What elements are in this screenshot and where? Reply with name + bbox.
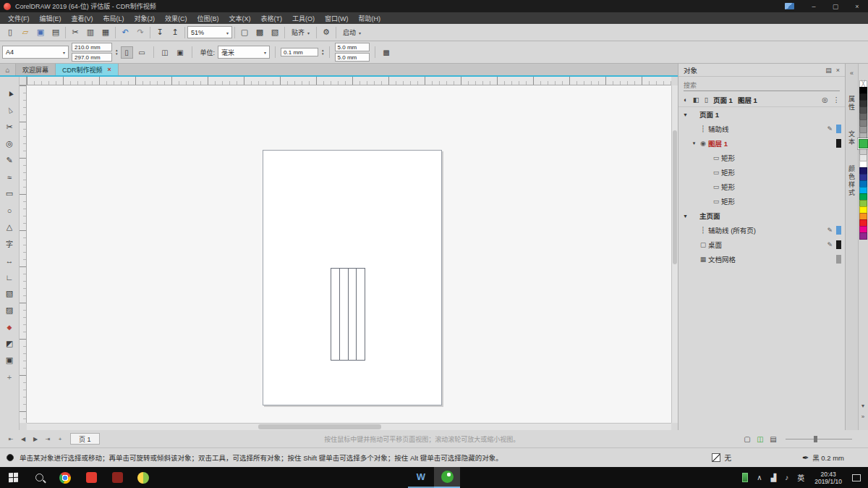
taskbar-app-red[interactable]: [78, 467, 104, 488]
tree-row-rectangle-1[interactable]: ▭ 矩形: [678, 151, 845, 165]
color-eyedropper-tool-icon[interactable]: ◆: [1, 319, 17, 335]
page-size-combo[interactable]: A4: [2, 46, 69, 59]
tree-row-master-page[interactable]: ▼ 主页面: [678, 209, 845, 223]
application-launcher-button[interactable]: 启动: [339, 25, 365, 39]
page-height-field[interactable]: 297.0 mm: [72, 53, 112, 62]
layer-color-chip[interactable]: [836, 197, 841, 206]
tree-row-guides[interactable]: ┆ 辅助线 ✎: [678, 122, 845, 136]
ellipse-tool-icon[interactable]: ○: [1, 203, 17, 218]
horizontal-scrollbar[interactable]: [27, 423, 671, 430]
layer-color-chip[interactable]: [836, 139, 841, 148]
add-page-icon[interactable]: +: [55, 434, 65, 444]
palette-scroll-icon[interactable]: ▾: [861, 403, 864, 409]
zoom-slider-thumb[interactable]: [814, 436, 817, 442]
clock[interactable]: 20:43 2019/1/10: [809, 471, 848, 485]
menu-item[interactable]: 文件(F): [3, 12, 35, 24]
menu-item[interactable]: 表格(T): [256, 12, 288, 24]
previous-page-icon[interactable]: ◀: [18, 434, 28, 444]
page-view-mode-icon[interactable]: ◫: [754, 433, 766, 445]
action-center-icon[interactable]: [852, 474, 861, 481]
expander-icon[interactable]: ▼: [681, 112, 689, 117]
ruler-origin-box[interactable]: [20, 77, 27, 85]
copy-icon[interactable]: ▥: [83, 25, 98, 39]
menu-item[interactable]: 窗口(W): [320, 12, 354, 24]
battery-icon[interactable]: [742, 473, 748, 482]
network-icon[interactable]: ▟: [766, 474, 780, 481]
view-layout-icon[interactable]: ▤: [767, 433, 779, 445]
undo-icon[interactable]: ↶: [118, 25, 132, 39]
search-input[interactable]: [684, 82, 840, 89]
interactive-fill-tool-icon[interactable]: ◩: [1, 336, 17, 351]
menu-item[interactable]: 编辑(E): [35, 12, 67, 24]
cut-icon[interactable]: ✂: [68, 25, 82, 39]
taskbar-app-chrome[interactable]: [52, 467, 78, 488]
text-tool-icon[interactable]: 字: [1, 236, 17, 251]
rectangle-tool-icon[interactable]: ▭: [1, 186, 17, 201]
polygon-tool-icon[interactable]: △: [1, 219, 17, 235]
taskbar-app-green[interactable]: [130, 467, 156, 488]
tree-row-page-1[interactable]: ▼ 页面 1: [678, 107, 845, 122]
treat-as-filled-button[interactable]: ▩: [380, 46, 393, 59]
units-combo[interactable]: 毫米: [218, 46, 270, 59]
parallel-dimension-tool-icon[interactable]: ↔: [1, 253, 17, 268]
import-icon[interactable]: ↧: [153, 25, 167, 39]
all-pages-button[interactable]: ◫: [159, 46, 171, 59]
nudge-distance-field[interactable]: 0.1 mm: [281, 48, 318, 56]
shape-tool-icon[interactable]: ▻: [0, 100, 20, 121]
print-icon[interactable]: ▤: [48, 25, 63, 39]
horizontal-ruler[interactable]: [27, 77, 671, 85]
zoom-level-combo[interactable]: 51%: [187, 26, 232, 38]
zoom-tool-icon[interactable]: ◎: [1, 136, 17, 151]
layer-color-chip[interactable]: [836, 226, 841, 235]
dimension-spinner[interactable]: [116, 49, 118, 56]
volume-icon[interactable]: ♪: [780, 474, 793, 481]
portrait-button[interactable]: ▯: [121, 46, 133, 59]
smart-fill-tool-icon[interactable]: ▣: [1, 353, 17, 368]
edit-pencil-icon[interactable]: ✎: [827, 241, 833, 248]
horizontal-scrollbar-thumb[interactable]: [258, 424, 381, 429]
customize-toolbox-icon[interactable]: +: [1, 369, 17, 384]
next-page-icon[interactable]: ▶: [30, 434, 41, 444]
tree-row-layer-1[interactable]: ▾ ◉ 图层 1: [678, 136, 845, 151]
tree-row-desktop[interactable]: ▢ 桌面 ✎: [678, 237, 845, 252]
connector-tool-icon[interactable]: ∟: [1, 269, 17, 285]
last-page-icon[interactable]: ⇥: [43, 434, 53, 444]
edit-pencil-icon[interactable]: ✎: [827, 125, 833, 132]
tree-row-rectangle-4[interactable]: ▭ 矩形: [678, 194, 845, 209]
tree-row-rectangle-2[interactable]: ▭ 矩形: [678, 165, 845, 180]
drop-shadow-tool-icon[interactable]: ▧: [1, 286, 17, 301]
export-icon[interactable]: ↥: [168, 25, 182, 39]
taskbar-app-darkred[interactable]: [104, 467, 130, 488]
account-image-icon[interactable]: [785, 3, 794, 9]
options-gear-icon[interactable]: ⚙: [319, 25, 333, 39]
transparency-tool-icon[interactable]: ▨: [1, 303, 17, 318]
duplicate-x-field[interactable]: 5.0 mm: [335, 43, 370, 51]
vertical-scrollbar-thumb[interactable]: [673, 130, 677, 264]
edit-pencil-icon[interactable]: ✎: [827, 227, 833, 234]
menu-item[interactable]: 帮助(H): [354, 12, 386, 24]
page-width-field[interactable]: 210.0 mm: [72, 43, 112, 51]
taskbar-app-coreldraw[interactable]: [434, 467, 460, 488]
menu-item[interactable]: 查看(V): [67, 12, 98, 24]
maximize-button[interactable]: ▢: [825, 0, 846, 12]
menu-item[interactable]: 对象(J): [129, 12, 161, 24]
duplicate-y-field[interactable]: 5.0 mm: [335, 53, 370, 62]
search-button[interactable]: [26, 467, 52, 488]
fullscreen-preview-icon[interactable]: ▢: [237, 25, 252, 39]
menu-item[interactable]: 布局(L): [98, 12, 129, 24]
layer-color-chip[interactable]: [836, 110, 841, 119]
menu-item[interactable]: 效果(C): [160, 12, 192, 24]
docker-tab[interactable]: 属性: [847, 96, 856, 112]
vertical-scrollbar[interactable]: [671, 85, 678, 423]
menu-item[interactable]: 文本(X): [224, 12, 256, 24]
drawing-canvas[interactable]: [27, 85, 671, 423]
tree-row-document-grid[interactable]: ▦ 文档网格: [678, 252, 845, 266]
collapse-dockers-icon[interactable]: «: [850, 70, 854, 77]
thumbnail-view-icon[interactable]: ◧: [693, 96, 699, 104]
layer-color-chip[interactable]: [836, 182, 841, 191]
layer-color-chip[interactable]: [836, 255, 841, 264]
close-button[interactable]: ×: [846, 0, 868, 12]
docker-more-icon[interactable]: ⋮: [833, 96, 841, 104]
freehand-tool-icon[interactable]: ✎: [1, 153, 17, 168]
layer-color-chip[interactable]: [836, 125, 841, 133]
